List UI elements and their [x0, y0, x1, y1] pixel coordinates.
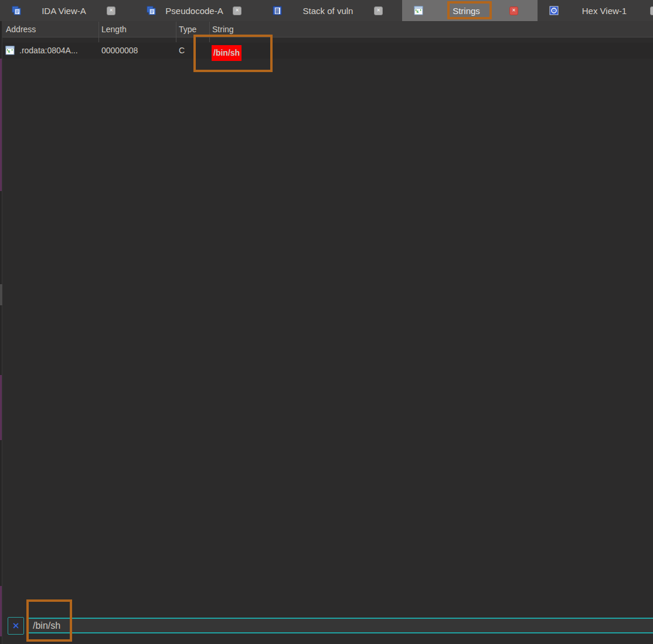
- close-tab-icon[interactable]: ✕: [650, 6, 653, 15]
- column-header-length[interactable]: Length: [101, 21, 127, 38]
- string-item-icon: s: [5, 46, 15, 55]
- tab-label-pseudocode-a: Pseudocode-A: [156, 6, 233, 16]
- row-address: .rodata:0804A...: [19, 43, 78, 59]
- stack-view-icon: [273, 6, 282, 15]
- tab-label-stack-of-vuln: Stack of vuln: [282, 6, 374, 16]
- dock-splitter[interactable]: [0, 21, 2, 644]
- column-divider[interactable]: [98, 22, 99, 42]
- view-tab-bar: IDA View-A ✕ Pseudocode-A ✕ Stack of vul…: [0, 0, 653, 21]
- column-divider[interactable]: [209, 22, 210, 42]
- tab-label-ida-view-a: IDA View-A: [21, 6, 107, 16]
- table-row[interactable]: s .rodata:0804A... 00000008 C /bin/sh: [0, 43, 653, 59]
- column-divider[interactable]: [176, 22, 176, 42]
- dock-accent-line: [0, 375, 2, 440]
- row-length: 00000008: [101, 43, 138, 59]
- row-string-highlighted: /bin/sh: [212, 45, 242, 61]
- strings-view-icon: s: [414, 6, 423, 15]
- pseudocode-view-icon: [147, 6, 156, 15]
- tab-stack-of-vuln[interactable]: Stack of vuln ✕: [261, 0, 402, 21]
- dock-accent-line: [0, 59, 2, 191]
- svg-text:s: s: [417, 8, 419, 14]
- close-tab-icon[interactable]: ✕: [233, 6, 242, 15]
- close-tab-icon[interactable]: ✕: [374, 6, 383, 15]
- row-type: C: [179, 43, 185, 59]
- column-header-string[interactable]: String: [212, 21, 234, 38]
- quick-filter-input[interactable]: [26, 618, 653, 633]
- hex-view-icon: [549, 6, 559, 15]
- tab-pseudocode-a[interactable]: Pseudocode-A ✕: [135, 0, 261, 21]
- clear-filter-button[interactable]: ✕: [8, 617, 24, 635]
- close-tab-icon[interactable]: ✕: [509, 6, 518, 15]
- tab-ida-view-a[interactable]: IDA View-A ✕: [0, 0, 135, 21]
- disasm-view-icon: [12, 6, 21, 15]
- svg-text:s: s: [8, 48, 11, 54]
- tab-label-hex-view-1: Hex View-1: [559, 6, 650, 16]
- close-tab-icon[interactable]: ✕: [107, 6, 115, 15]
- tab-label-strings: Strings: [423, 6, 509, 16]
- column-header-address[interactable]: Address: [6, 21, 36, 38]
- tab-hex-view-1[interactable]: Hex View-1 ✕: [538, 0, 653, 21]
- splitter-handle[interactable]: [0, 284, 2, 305]
- column-header-type[interactable]: Type: [179, 21, 196, 38]
- quick-filter-bar: ✕: [0, 615, 653, 636]
- tab-strings[interactable]: s Strings ✕: [402, 0, 538, 21]
